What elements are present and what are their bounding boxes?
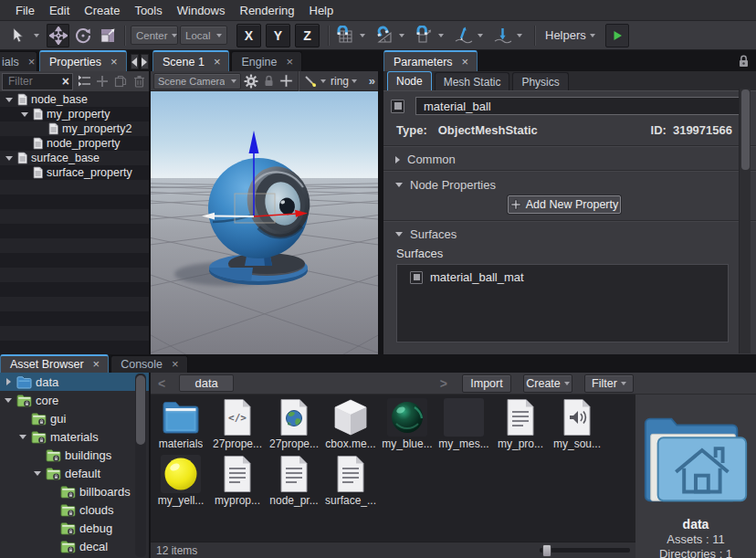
snap-surface-button[interactable] [452, 24, 475, 47]
property-tree-row[interactable]: surface_base [0, 151, 149, 165]
menu-item[interactable]: File [8, 1, 42, 20]
asset-item[interactable]: myprop... [209, 455, 266, 511]
tab-console[interactable]: Console × [110, 355, 187, 373]
asset-item[interactable]: materials [152, 398, 209, 455]
camera-selector-dropdown[interactable]: Scene Camera [153, 73, 241, 89]
tab-close-icon[interactable]: × [91, 360, 102, 369]
asset-tree-row[interactable]: buildings [0, 446, 149, 464]
nav-forward-icon[interactable]: > [438, 376, 449, 391]
brush-tool-button[interactable] [303, 74, 318, 89]
asset-item[interactable]: node_pr... [266, 455, 322, 511]
snap-angle-caret[interactable] [399, 34, 404, 37]
asset-tree-row[interactable]: gui [0, 409, 149, 427]
viewport-lock-button[interactable] [261, 74, 276, 89]
menu-item[interactable]: Windows [170, 1, 233, 20]
drop-to-ground-caret[interactable] [517, 34, 522, 37]
parameters-scrollbar[interactable] [739, 89, 751, 353]
asset-tree-row[interactable]: default [0, 464, 149, 482]
property-tree-row[interactable]: node_property [0, 136, 149, 151]
slider-track[interactable] [540, 548, 630, 553]
asset-tree-row[interactable]: decal [0, 537, 149, 555]
create-button[interactable]: Create [523, 374, 572, 393]
tab-scene-1[interactable]: Scene 1 × [152, 50, 229, 71]
brush-shape-label[interactable]: ring [331, 75, 349, 88]
nav-back-icon[interactable]: < [156, 376, 167, 391]
section-surfaces[interactable]: Surfaces [395, 227, 457, 241]
menu-item[interactable]: Tools [127, 1, 169, 20]
add-button[interactable] [95, 74, 110, 89]
expand-arrow[interactable] [5, 156, 14, 161]
slider-knob[interactable] [542, 544, 551, 557]
expand-arrow[interactable] [20, 112, 29, 117]
pivot-mode-dropdown[interactable]: Center [131, 26, 178, 45]
add-new-property-button[interactable]: Add New Property [508, 195, 621, 214]
asset-tree-row[interactable]: clouds [0, 500, 149, 519]
snap-grid-caret[interactable] [360, 34, 365, 37]
expand-arrow[interactable] [4, 378, 13, 385]
tab-close-icon[interactable]: × [26, 58, 37, 67]
property-tree-row[interactable]: my_property2 [0, 121, 149, 136]
panel-lock-button[interactable] [736, 54, 751, 68]
filter-input[interactable]: Filter × [2, 73, 73, 90]
expand-arrow[interactable] [18, 435, 27, 439]
tab-close-icon[interactable]: × [109, 58, 120, 67]
asset-item[interactable]: my_mes... [436, 398, 492, 455]
asset-item[interactable]: my_blue... [379, 398, 436, 455]
viewport-settings-button[interactable] [244, 74, 258, 89]
menu-item[interactable]: Rendering [233, 1, 302, 20]
expand-arrow[interactable] [5, 98, 14, 102]
asset-item[interactable]: my_pro... [492, 398, 549, 455]
tab-materials-clipped[interactable]: ials × [0, 51, 37, 71]
tab-parameters[interactable]: Parameters × [383, 50, 478, 71]
snap-grid-button[interactable] [334, 24, 357, 47]
node-enabled-checkbox[interactable] [391, 100, 404, 113]
asset-tree-row[interactable]: core [0, 391, 149, 409]
tab-engine[interactable]: Engine × [231, 51, 302, 71]
expand-arrow[interactable] [4, 398, 13, 403]
thumbnail-size-slider[interactable] [540, 544, 630, 557]
asset-item[interactable]: </> 27prope... [209, 398, 266, 455]
coordinate-space-dropdown[interactable]: Local [180, 26, 227, 45]
property-tree-row[interactable]: surface_property [0, 165, 149, 180]
axis-x-button[interactable]: X [236, 24, 261, 47]
section-common[interactable]: Common [395, 153, 456, 166]
scrollbar-thumb[interactable] [136, 375, 145, 445]
snap-scale-button[interactable] [413, 24, 436, 47]
menu-item[interactable]: Edit [42, 1, 77, 20]
hierarchy-button[interactable] [77, 74, 91, 89]
viewport-add-button[interactable] [278, 74, 293, 89]
parameters-subtab[interactable]: Physics [512, 72, 568, 90]
clone-button[interactable] [113, 74, 128, 89]
parameters-subtab[interactable]: Mesh Static [435, 72, 510, 90]
snap-scale-caret[interactable] [438, 34, 444, 37]
parameters-subtab[interactable]: Node [387, 71, 432, 90]
scrollbar-thumb[interactable] [741, 89, 750, 170]
property-tree-row[interactable]: node_base [0, 92, 149, 107]
scale-tool-button[interactable] [96, 24, 119, 47]
surface-enabled-checkbox[interactable] [410, 271, 423, 284]
delete-button[interactable] [131, 74, 146, 89]
helpers-dropdown[interactable]: Helpers [541, 26, 600, 45]
tab-close-icon[interactable]: × [212, 58, 223, 67]
drop-to-ground-button[interactable] [491, 24, 514, 47]
asset-item[interactable]: my_yell... [152, 455, 209, 511]
menu-item[interactable]: Help [302, 1, 341, 20]
menu-item[interactable]: Create [77, 1, 127, 20]
viewport-3d-scene[interactable] [151, 91, 378, 354]
section-node-properties[interactable]: Node Properties [395, 178, 496, 192]
import-button[interactable]: Import [462, 374, 511, 393]
move-tool-button[interactable] [47, 24, 69, 47]
surface-list-item[interactable]: material_ball_mat [397, 265, 728, 284]
brush-shape-caret[interactable] [352, 79, 357, 83]
snap-angle-button[interactable] [373, 24, 396, 47]
select-tool-button[interactable] [5, 24, 28, 47]
tab-scroll-left-button[interactable] [131, 54, 139, 69]
axis-z-button[interactable]: Z [295, 24, 320, 47]
asset-tree-row[interactable]: data [0, 373, 149, 391]
asset-item[interactable]: cbox.me... [322, 398, 379, 455]
clear-filter-icon[interactable]: × [62, 76, 69, 87]
node-name-input[interactable]: material_ball [415, 97, 749, 115]
brush-tool-caret[interactable] [320, 79, 326, 83]
asset-tree-row[interactable]: billboards [0, 482, 149, 500]
tab-close-icon[interactable]: × [170, 360, 181, 369]
